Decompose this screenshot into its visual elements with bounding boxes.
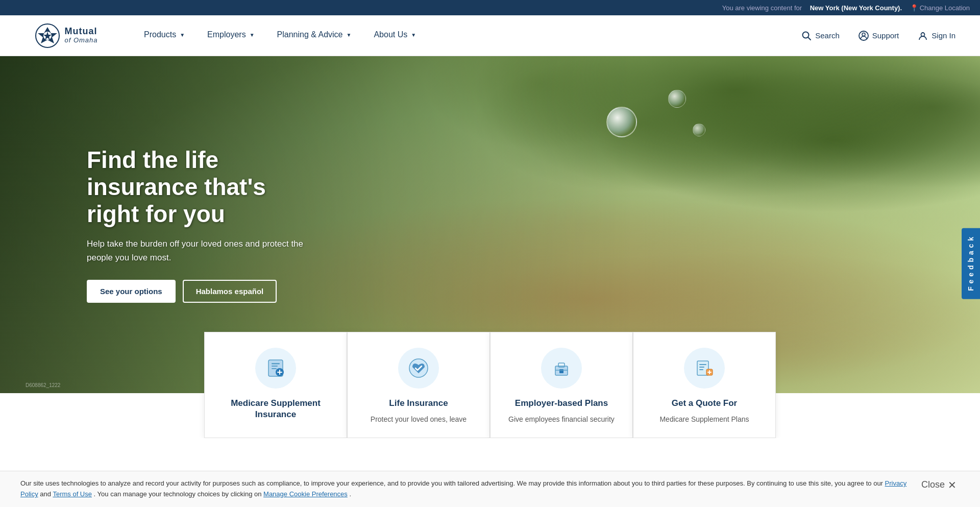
support-nav-button[interactable]: Support	[854, 28, 903, 43]
hero-title: Find the life insurance that's right for…	[87, 147, 316, 228]
hero-buttons: See your options Hablamos español	[87, 280, 316, 303]
feedback-button[interactable]: F e e d b a c k	[962, 228, 980, 299]
life-icon	[398, 348, 439, 389]
hablamos-espanol-button[interactable]: Hablamos español	[183, 280, 277, 303]
support-icon	[858, 30, 869, 41]
signin-nav-button[interactable]: Sign In	[913, 28, 960, 43]
logo-icon	[35, 23, 60, 49]
svg-rect-11	[272, 366, 278, 367]
quote-icon	[684, 348, 725, 389]
medicare-icon	[255, 348, 296, 389]
location-icon: 📍	[910, 4, 918, 12]
svg-line-5	[808, 37, 811, 40]
card-quote[interactable]: Get a Quote For Medicare Supplement Plan…	[633, 332, 776, 438]
svg-rect-22	[699, 364, 706, 365]
viewing-text: You are viewing content for	[722, 4, 802, 12]
nav-links: Products ▼ Employers ▼ Planning & Advice…	[133, 15, 797, 56]
chevron-icon: ▼	[411, 32, 416, 38]
nav-item-employers[interactable]: Employers ▼	[196, 15, 265, 56]
card-medicare-title: Medicare Supplement Insurance	[217, 398, 334, 420]
search-nav-button[interactable]: Search	[797, 28, 844, 43]
card-employer-title: Employer-based Plans	[515, 398, 608, 409]
card-life[interactable]: Life Insurance Protect your loved ones, …	[347, 332, 490, 438]
nav-link-employers[interactable]: Employers ▼	[196, 15, 265, 56]
card-employer-desc: Give employees financial security	[508, 414, 615, 425]
chevron-icon: ▼	[347, 32, 352, 38]
chevron-icon: ▼	[180, 32, 185, 38]
cards-section: Medicare Supplement Insurance Life Insur…	[0, 332, 980, 438]
location-text: New York (New York County).	[810, 4, 902, 12]
svg-rect-12	[272, 368, 277, 369]
card-employer[interactable]: Employer-based Plans Give employees fina…	[490, 332, 633, 438]
logo-mutual: Mutual	[64, 27, 97, 37]
logo-of: of Omaha	[64, 37, 97, 44]
hero-content: Find the life insurance that's right for…	[0, 147, 316, 303]
top-bar: You are viewing content for New York (Ne…	[0, 0, 980, 15]
nav-link-planning[interactable]: Planning & Advice ▼	[266, 15, 363, 56]
logo[interactable]: Mutual of Omaha	[20, 21, 112, 50]
see-options-button[interactable]: See your options	[87, 280, 176, 303]
card-life-title: Life Insurance	[389, 398, 448, 409]
chevron-icon: ▼	[250, 32, 255, 38]
nav-item-about[interactable]: About Us ▼	[362, 15, 427, 56]
main-nav: Mutual of Omaha Products ▼ Employers ▼ P…	[0, 15, 980, 56]
nav-right: Search Support Sign In	[797, 28, 960, 43]
search-icon	[801, 30, 812, 41]
svg-point-8	[921, 33, 925, 36]
card-life-desc: Protect your loved ones, leave	[371, 414, 467, 425]
svg-rect-10	[272, 363, 280, 365]
card-quote-title: Get a Quote For	[672, 398, 737, 409]
change-location-link[interactable]: 📍 Change Location	[910, 4, 970, 12]
nav-link-products[interactable]: Products ▼	[133, 15, 196, 56]
card-quote-desc: Medicare Supplement Plans	[659, 414, 749, 425]
hero-subtitle: Help take the burden off your loved ones…	[87, 237, 316, 264]
feedback-side[interactable]: F e e d b a c k	[962, 228, 980, 301]
card-medicare[interactable]: Medicare Supplement Insurance	[204, 332, 347, 438]
nav-item-products[interactable]: Products ▼	[133, 15, 196, 56]
nav-link-about[interactable]: About Us ▼	[362, 15, 427, 56]
svg-point-7	[862, 33, 865, 36]
svg-rect-23	[699, 367, 704, 368]
logo-area[interactable]: Mutual of Omaha	[20, 21, 112, 50]
nav-item-planning[interactable]: Planning & Advice ▼	[266, 15, 363, 56]
employer-icon	[541, 348, 582, 389]
signin-icon	[917, 30, 928, 41]
svg-rect-24	[699, 369, 703, 370]
svg-rect-19	[559, 369, 564, 373]
